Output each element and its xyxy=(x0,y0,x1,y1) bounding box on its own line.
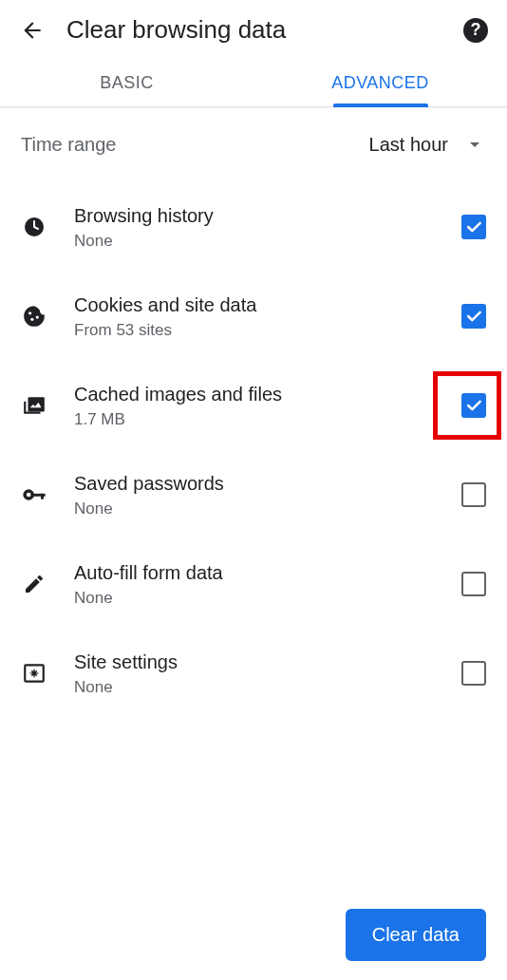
item-text: Browsing historyNone xyxy=(74,203,435,251)
time-range-dropdown[interactable]: Last hour xyxy=(369,134,486,156)
checkbox[interactable] xyxy=(461,393,486,418)
time-range-label: Time range xyxy=(21,134,369,156)
item-subtitle: None xyxy=(74,589,435,608)
checkbox[interactable] xyxy=(461,482,486,507)
arrow-left-icon xyxy=(20,18,45,43)
checkbox[interactable] xyxy=(461,572,486,596)
time-range-row: Time range Last hour xyxy=(0,107,507,165)
item-subtitle: 1.7 MB xyxy=(74,410,435,429)
help-icon: ? xyxy=(471,20,481,40)
item-subtitle: None xyxy=(74,499,435,518)
item-title: Site settings xyxy=(74,650,435,674)
svg-point-6 xyxy=(27,493,31,498)
help-button[interactable]: ? xyxy=(463,18,488,43)
item-title: Cookies and site data xyxy=(74,292,435,317)
list-item[interactable]: Site settingsNone xyxy=(0,629,507,718)
clear-data-button[interactable]: Clear data xyxy=(346,909,486,961)
chevron-down-icon xyxy=(469,139,480,152)
list-item[interactable]: Auto-fill form dataNone xyxy=(0,539,507,629)
tab-advanced[interactable]: ADVANCED xyxy=(254,58,507,106)
svg-point-2 xyxy=(30,318,33,321)
item-title: Auto-fill form data xyxy=(74,560,435,585)
item-title: Cached images and files xyxy=(74,382,435,406)
list-item[interactable]: Saved passwordsNone xyxy=(0,450,507,539)
list-item[interactable]: Browsing historyNone xyxy=(0,182,507,272)
list-item[interactable]: Cached images and files1.7 MB xyxy=(0,361,507,450)
svg-point-1 xyxy=(28,311,31,314)
item-subtitle: From 53 sites xyxy=(74,321,435,340)
back-button[interactable] xyxy=(19,17,46,44)
checkbox[interactable] xyxy=(461,215,486,239)
item-title: Saved passwords xyxy=(74,471,435,496)
item-text: Cached images and files1.7 MB xyxy=(74,382,435,429)
cookie-icon xyxy=(21,303,47,330)
tabs: BASIC ADVANCED xyxy=(0,58,507,107)
settings-card-icon xyxy=(21,660,47,687)
clock-icon xyxy=(21,214,47,240)
svg-rect-4 xyxy=(28,397,45,411)
header: Clear browsing data ? xyxy=(0,0,507,58)
svg-rect-8 xyxy=(41,494,44,499)
checkbox[interactable] xyxy=(461,304,486,329)
svg-point-10 xyxy=(31,670,36,675)
page-title: Clear browsing data xyxy=(66,15,442,45)
item-text: Auto-fill form dataNone xyxy=(74,560,435,608)
item-title: Browsing history xyxy=(74,203,435,228)
checkbox[interactable] xyxy=(461,661,486,686)
pencil-icon xyxy=(21,571,47,597)
image-icon xyxy=(21,392,47,419)
list-item[interactable]: Cookies and site dataFrom 53 sites xyxy=(0,272,507,361)
time-range-value: Last hour xyxy=(369,134,448,156)
item-subtitle: None xyxy=(74,232,435,251)
data-list: Browsing historyNoneCookies and site dat… xyxy=(0,165,507,718)
tab-basic[interactable]: BASIC xyxy=(0,58,254,106)
footer: Clear data xyxy=(346,909,486,961)
item-text: Site settingsNone xyxy=(74,650,435,697)
key-icon xyxy=(21,481,47,508)
item-text: Saved passwordsNone xyxy=(74,471,435,518)
svg-point-3 xyxy=(36,315,39,318)
item-text: Cookies and site dataFrom 53 sites xyxy=(74,292,435,340)
item-subtitle: None xyxy=(74,678,435,697)
